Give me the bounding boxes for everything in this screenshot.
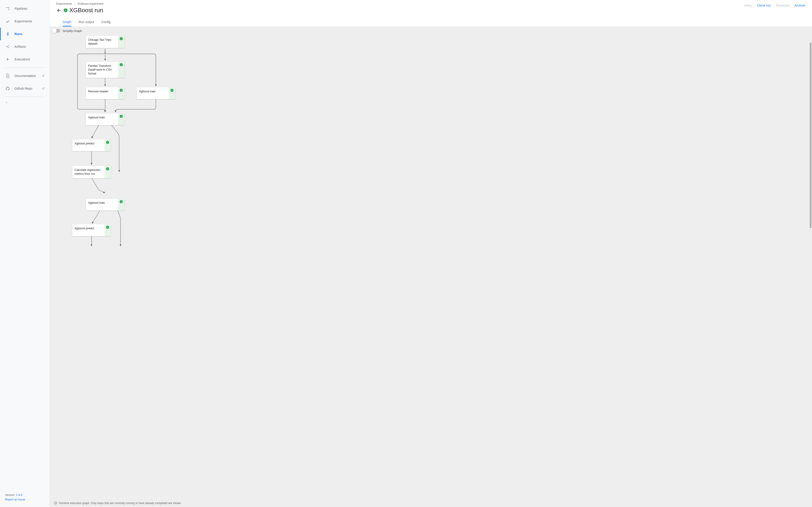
check-circle-icon xyxy=(120,200,123,203)
graph-node[interactable]: Xgboost predict xyxy=(72,139,111,151)
experiments-icon xyxy=(5,18,10,24)
graph-node-label: Remove header xyxy=(86,88,118,99)
header: Experiments › XGBoost experiment XGBoost… xyxy=(50,0,812,27)
svg-point-6 xyxy=(8,47,9,48)
graph-node[interactable]: Chicago Taxi Trips dataset xyxy=(86,36,124,48)
graph-canvas[interactable]: Simplify Graph xyxy=(50,27,812,507)
executions-icon xyxy=(5,57,10,62)
graph-toolbar: Simplify Graph xyxy=(53,29,82,33)
svg-point-1 xyxy=(8,7,9,8)
graph-node-label: Xgboost predict xyxy=(72,139,104,151)
sidebar-item-label: Artifacts xyxy=(14,45,45,48)
graph-node-label: Calculate regression metrics from csv xyxy=(72,166,104,178)
check-circle-icon xyxy=(120,63,123,66)
graph-node-label: Xgboost train xyxy=(86,113,118,125)
scrollbar[interactable] xyxy=(810,43,812,228)
sidebar-item-label: Executions xyxy=(14,57,45,61)
simplify-graph-label: Simplify Graph xyxy=(62,29,82,33)
sidebar-item-label: Github Repo xyxy=(14,87,42,90)
graph-node[interactable]: Xgboost train xyxy=(86,199,124,211)
check-circle-icon xyxy=(106,226,109,229)
chevron-left-icon xyxy=(5,101,8,104)
node-status-icon xyxy=(104,166,111,178)
chevron-right-icon: › xyxy=(74,2,75,5)
check-circle-icon xyxy=(120,115,123,118)
run-status-icon xyxy=(63,8,67,12)
breadcrumb-experiment-name[interactable]: XGBoost experiment xyxy=(77,2,103,5)
documentation-icon xyxy=(5,73,10,78)
arrow-left-icon xyxy=(56,8,61,13)
info-icon xyxy=(54,501,57,505)
svg-point-3 xyxy=(8,32,8,33)
tab-output[interactable]: Run output xyxy=(79,18,94,26)
breadcrumb: Experiments › XGBoost experiment xyxy=(56,2,104,5)
svg-point-5 xyxy=(8,45,9,46)
runs-icon xyxy=(5,31,10,37)
clone-run-button[interactable]: Clone run xyxy=(757,2,771,9)
github-icon xyxy=(5,86,10,91)
check-circle-icon xyxy=(64,8,67,12)
retry-button[interactable]: Retry xyxy=(745,2,752,9)
main: Experiments › XGBoost experiment XGBoost… xyxy=(50,0,812,507)
page-title: XGBoost run xyxy=(69,7,103,14)
artifacts-icon xyxy=(5,44,10,49)
version-label: Version: xyxy=(5,494,16,497)
node-status-icon xyxy=(118,113,124,125)
sidebar-item-github[interactable]: Github Repo xyxy=(0,82,50,95)
external-link-icon xyxy=(42,87,45,90)
graph-node-label: Pandas Transform DataFrame in CSV format xyxy=(86,62,118,78)
archive-button[interactable]: Archive xyxy=(795,2,805,9)
check-circle-icon xyxy=(106,141,109,144)
graph-node-label: Chicago Taxi Trips dataset xyxy=(86,36,118,48)
graph-node[interactable]: Xgboost predict xyxy=(72,224,111,236)
graph-node[interactable]: Xgboost train xyxy=(86,113,124,125)
graph-node[interactable]: Calculate regression metrics from csv xyxy=(72,166,111,178)
divider xyxy=(5,97,45,97)
version-link[interactable]: 1.4.0 xyxy=(16,494,22,497)
check-circle-icon xyxy=(120,89,123,92)
terminate-button[interactable]: Terminate xyxy=(776,2,790,9)
sidebar-item-runs[interactable]: Runs xyxy=(0,27,50,40)
sidebar-item-documentation[interactable]: Documentation xyxy=(0,69,50,82)
node-status-icon xyxy=(169,88,175,99)
svg-point-4 xyxy=(6,46,7,47)
graph-node[interactable]: Remove header xyxy=(86,88,124,99)
sidebar-item-pipelines[interactable]: Pipelines xyxy=(0,2,50,15)
svg-point-0 xyxy=(6,7,7,8)
graph-node-label: Xgboost predict xyxy=(72,224,104,236)
sidebar-item-label: Documentation xyxy=(14,74,42,78)
check-circle-icon xyxy=(170,89,173,92)
sidebar-item-experiments[interactable]: Experiments xyxy=(0,15,50,27)
node-status-icon xyxy=(104,224,111,236)
sidebar-footer: Version: 1.4.0 Report an Issue xyxy=(0,490,50,507)
collapse-sidebar-button[interactable] xyxy=(0,99,50,107)
node-status-icon xyxy=(118,88,124,99)
back-button[interactable] xyxy=(56,8,62,13)
breadcrumb-experiments[interactable]: Experiments xyxy=(56,2,72,5)
graph-footer-text: Runtime execution graph. Only steps that… xyxy=(59,502,182,505)
graph-node[interactable]: Pandas Transform DataFrame in CSV format xyxy=(86,62,124,78)
sidebar-item-label: Experiments xyxy=(14,19,45,23)
graph-footer-note: Runtime execution graph. Only steps that… xyxy=(54,501,182,505)
graph-node-label: Xgboost train xyxy=(86,199,118,211)
sidebar-item-executions[interactable]: Executions xyxy=(0,53,50,66)
node-status-icon xyxy=(118,36,124,48)
tab-graph[interactable]: Graph xyxy=(62,18,71,26)
report-issue-link[interactable]: Report an Issue xyxy=(5,498,25,501)
sidebar-item-label: Pipelines xyxy=(14,7,45,10)
check-circle-icon xyxy=(106,167,109,170)
sidebar: Pipelines Experiments Runs Artifacts Exe… xyxy=(0,0,50,507)
divider xyxy=(5,67,45,68)
node-status-icon xyxy=(104,139,111,151)
check-circle-icon xyxy=(120,37,123,40)
simplify-graph-toggle[interactable] xyxy=(53,29,60,33)
node-status-icon xyxy=(118,62,124,78)
external-link-icon xyxy=(42,74,45,77)
node-status-icon xyxy=(118,199,124,211)
svg-point-2 xyxy=(8,9,9,10)
graph-node[interactable]: Xgboost train xyxy=(137,88,175,99)
sidebar-item-label: Runs xyxy=(14,32,45,36)
sidebar-item-artifacts[interactable]: Artifacts xyxy=(0,40,50,53)
tab-config[interactable]: Config xyxy=(101,18,110,26)
tabs: Graph Run output Config xyxy=(56,18,805,26)
